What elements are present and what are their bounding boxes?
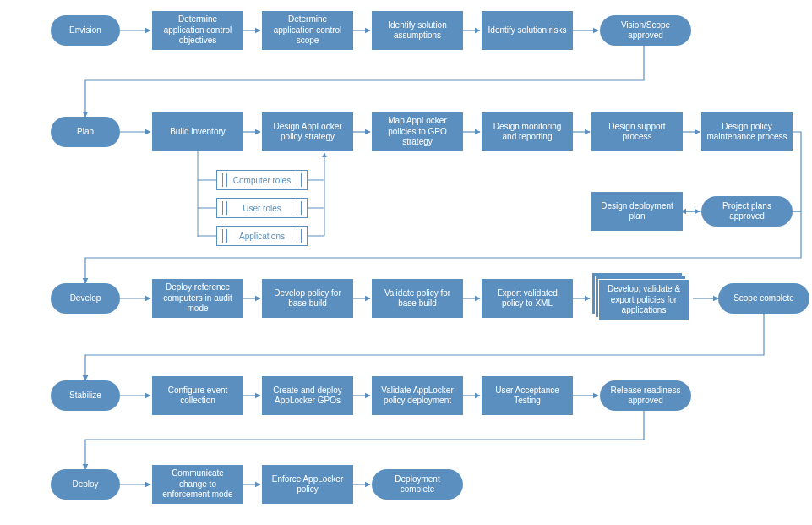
step-label: Validate AppLocker policy deployment	[377, 386, 458, 407]
step-label: Determine application control objectives	[157, 14, 238, 46]
milestone-label: Release readiness approved	[605, 386, 686, 407]
milestone-release-readiness: Release readiness approved	[600, 380, 691, 411]
phase-label: Deploy	[72, 479, 98, 490]
subitem-applications: Applications	[216, 226, 308, 246]
subitem-user-roles: User roles	[216, 198, 308, 218]
flow-connectors	[0, 0, 812, 525]
step-plan-maintenance: Design policy maintenance process	[701, 112, 793, 151]
subitem-label: Computer roles	[233, 176, 291, 185]
step-develop-validate-base: Validate policy for base build	[372, 279, 463, 318]
phase-develop: Develop	[51, 283, 120, 314]
step-develop-deploy-reference: Deploy reference computers in audit mode	[152, 279, 243, 318]
subitem-label: User roles	[243, 204, 281, 213]
step-plan-policy-strategy: Design AppLocker policy strategy	[262, 112, 353, 151]
step-label: Deploy reference computers in audit mode	[157, 282, 238, 314]
phase-plan: Plan	[51, 117, 120, 147]
step-label: Validate policy for base build	[377, 288, 458, 309]
step-envision-risks: Identify solution risks	[482, 11, 573, 50]
phase-label: Envision	[69, 25, 101, 36]
milestone-project-plans-approved: Project plans approved	[701, 196, 793, 227]
phase-envision: Envision	[51, 15, 120, 46]
step-label: Identify solution assumptions	[377, 20, 458, 41]
subitem-computer-roles: Computer roles	[216, 170, 308, 190]
step-plan-map-gpo: Map AppLocker policies to GPO strategy	[372, 112, 463, 151]
step-label: User Acceptance Testing	[487, 386, 568, 407]
step-plan-monitoring: Design monitoring and reporting	[482, 112, 573, 151]
step-label: Design monitoring and reporting	[487, 122, 568, 143]
step-stabilize-event-collection: Configure event collection	[152, 376, 243, 415]
milestone-deployment-complete: Deployment complete	[372, 469, 463, 500]
step-label: Design AppLocker policy strategy	[267, 122, 348, 143]
step-develop-policy-base: Develop policy for base build	[262, 279, 353, 318]
step-label: Design support process	[597, 122, 678, 143]
phase-label: Stabilize	[69, 391, 101, 402]
step-plan-deployment-plan: Design deployment plan	[591, 192, 683, 231]
step-label: Develop policy for base build	[267, 288, 348, 309]
step-envision-assumptions: Identify solution assumptions	[372, 11, 463, 50]
step-label: Determine application control scope	[267, 14, 348, 46]
step-label: Design policy maintenance process	[706, 122, 787, 143]
milestone-label: Project plans approved	[706, 201, 787, 222]
step-label: Export validated policy to XML	[487, 288, 568, 309]
step-label: Map AppLocker policies to GPO strategy	[377, 116, 458, 148]
step-stabilize-uat: User Acceptance Testing	[482, 376, 573, 415]
step-stabilize-deploy-gpos: Create and deploy AppLocker GPOs	[262, 376, 353, 415]
stack-layer-front: Develop, validate & export policies for …	[598, 279, 689, 321]
step-deploy-communicate-change: Communicate change to enforcement mode	[152, 465, 243, 504]
phase-deploy: Deploy	[51, 469, 120, 500]
step-plan-build-inventory: Build inventory	[152, 112, 243, 151]
step-stabilize-validate-deployment: Validate AppLocker policy deployment	[372, 376, 463, 415]
phase-stabilize: Stabilize	[51, 380, 120, 411]
step-deploy-enforce-policy: Enforce AppLocker policy	[262, 465, 353, 504]
step-envision-objectives: Determine application control objectives	[152, 11, 243, 50]
phase-label: Develop	[70, 293, 101, 304]
milestone-label: Vision/Scope approved	[605, 20, 686, 41]
subitem-label: Applications	[239, 232, 285, 241]
step-develop-export-xml: Export validated policy to XML	[482, 279, 573, 318]
step-label: Create and deploy AppLocker GPOs	[267, 386, 348, 407]
milestone-label: Scope complete	[733, 293, 794, 304]
step-label: Identify solution risks	[488, 25, 567, 36]
step-label: Build inventory	[170, 127, 226, 138]
step-label: Enforce AppLocker policy	[267, 474, 348, 495]
step-develop-stack-policies: Develop, validate & export policies for …	[591, 272, 686, 321]
step-plan-support: Design support process	[591, 112, 683, 151]
step-label: Configure event collection	[157, 386, 238, 407]
milestone-label: Deployment complete	[377, 474, 458, 495]
milestone-vision-scope-approved: Vision/Scope approved	[600, 15, 691, 46]
step-label: Communicate change to enforcement mode	[157, 468, 238, 500]
step-label: Design deployment plan	[597, 201, 678, 222]
step-envision-scope: Determine application control scope	[262, 11, 353, 50]
stack-label: Develop, validate & export policies for …	[604, 284, 684, 316]
phase-label: Plan	[77, 127, 94, 138]
milestone-scope-complete: Scope complete	[718, 283, 809, 314]
